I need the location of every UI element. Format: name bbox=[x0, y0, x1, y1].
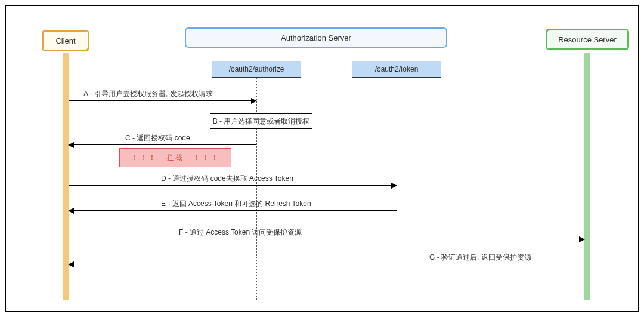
msg-a: A - 引导用户去授权服务器, 发起授权请求 bbox=[83, 89, 213, 100]
msg-f: F - 通过 Access Token 访问受保护资源 bbox=[179, 227, 302, 239]
arrow-g bbox=[69, 264, 584, 264]
actor-resource-server: Resource Server bbox=[546, 29, 629, 50]
msg-g: G - 验证通过后, 返回受保护资源 bbox=[429, 253, 531, 264]
note-intercept: ！！！ 拦截 ！！！ bbox=[119, 148, 231, 167]
msg-b: B - 用户选择同意或者取消授权 bbox=[210, 113, 312, 129]
arrow-a bbox=[69, 100, 256, 101]
lifeline-token bbox=[397, 78, 397, 300]
endpoint-token: /oauth2/token bbox=[352, 61, 441, 78]
arrow-d bbox=[69, 185, 397, 186]
lifeline-authorize bbox=[256, 78, 257, 300]
msg-d: D - 通过授权码 code去换取 Access Token bbox=[161, 174, 293, 185]
msg-e: E - 返回 Access Token 和可选的 Refresh Token bbox=[161, 199, 311, 210]
actor-authorization-server: Authorization Server bbox=[185, 27, 447, 48]
lifeline-resource bbox=[584, 53, 590, 300]
diagram-frame: Client Authorization Server Resource Ser… bbox=[5, 5, 639, 312]
endpoint-authorize: /oauth2/authorize bbox=[212, 61, 301, 78]
arrow-e bbox=[69, 210, 397, 211]
actor-client: Client bbox=[42, 30, 89, 51]
msg-c: C - 返回授权码 code bbox=[125, 133, 190, 144]
arrow-f bbox=[69, 239, 584, 239]
arrow-c bbox=[69, 144, 256, 145]
